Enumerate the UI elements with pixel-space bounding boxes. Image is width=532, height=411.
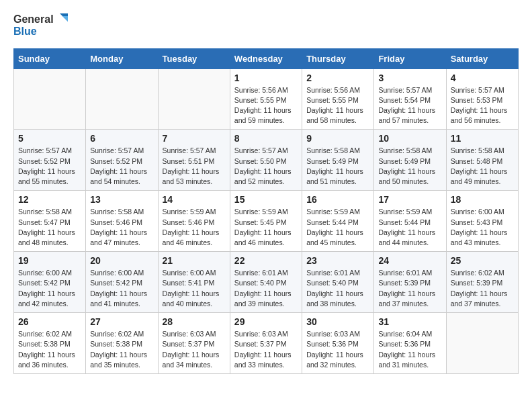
day-number: 19 [18,255,81,266]
calendar-cell: 18Sunrise: 6:00 AM Sunset: 5:43 PM Dayli… [446,191,518,252]
column-header-monday: Monday [86,48,158,68]
day-info: Sunrise: 6:00 AM Sunset: 5:41 PM Dayligh… [163,268,226,309]
day-number: 20 [90,255,153,266]
day-info: Sunrise: 6:00 AM Sunset: 5:42 PM Dayligh… [90,268,153,309]
calendar-cell: 12Sunrise: 5:58 AM Sunset: 5:47 PM Dayli… [14,191,86,252]
calendar-cell: 21Sunrise: 6:00 AM Sunset: 5:41 PM Dayli… [158,252,230,313]
logo-graphic: General Blue [13,13,68,38]
day-info: Sunrise: 6:01 AM Sunset: 5:39 PM Dayligh… [378,268,441,309]
logo-text-general: General [13,13,54,26]
day-info: Sunrise: 5:57 AM Sunset: 5:51 PM Dayligh… [163,146,226,187]
week-row: 19Sunrise: 6:00 AM Sunset: 5:42 PM Dayli… [14,252,519,313]
day-info: Sunrise: 6:03 AM Sunset: 5:37 PM Dayligh… [234,329,298,370]
day-number: 29 [234,316,298,327]
calendar-cell: 24Sunrise: 6:01 AM Sunset: 5:39 PM Dayli… [374,252,446,313]
day-number: 24 [378,255,441,266]
day-info: Sunrise: 5:59 AM Sunset: 5:45 PM Dayligh… [234,207,298,248]
svg-marker-1 [62,16,68,21]
calendar-table: SundayMondayTuesdayWednesdayThursdayFrid… [13,48,519,374]
day-number: 8 [234,133,298,144]
week-row: 1Sunrise: 5:56 AM Sunset: 5:55 PM Daylig… [14,68,519,130]
day-number: 30 [306,316,369,327]
day-number: 26 [18,316,81,327]
day-info: Sunrise: 5:57 AM Sunset: 5:52 PM Dayligh… [18,146,81,187]
calendar-cell: 16Sunrise: 5:59 AM Sunset: 5:44 PM Dayli… [302,191,374,252]
day-number: 12 [18,194,81,205]
day-number: 13 [90,194,153,205]
day-number: 3 [378,73,441,83]
calendar-cell: 31Sunrise: 6:04 AM Sunset: 5:36 PM Dayli… [374,313,446,374]
day-info: Sunrise: 5:57 AM Sunset: 5:52 PM Dayligh… [90,146,153,187]
calendar-cell [158,68,230,130]
calendar-cell: 26Sunrise: 6:02 AM Sunset: 5:38 PM Dayli… [14,313,86,374]
day-number: 14 [163,194,226,205]
day-info: Sunrise: 5:57 AM Sunset: 5:53 PM Dayligh… [451,85,514,126]
calendar-cell: 2Sunrise: 5:56 AM Sunset: 5:55 PM Daylig… [302,68,374,130]
day-number: 10 [378,133,441,144]
calendar-cell [446,313,518,374]
logo-text-blue: Blue [13,26,37,38]
week-row: 5Sunrise: 5:57 AM Sunset: 5:52 PM Daylig… [14,130,519,191]
calendar-cell [86,68,158,130]
day-info: Sunrise: 6:01 AM Sunset: 5:40 PM Dayligh… [306,268,369,309]
day-info: Sunrise: 5:59 AM Sunset: 5:46 PM Dayligh… [163,207,226,248]
calendar-cell: 29Sunrise: 6:03 AM Sunset: 5:37 PM Dayli… [230,313,302,374]
week-row: 12Sunrise: 5:58 AM Sunset: 5:47 PM Dayli… [14,191,519,252]
column-header-thursday: Thursday [302,48,374,68]
calendar-cell: 11Sunrise: 5:58 AM Sunset: 5:48 PM Dayli… [446,130,518,191]
day-number: 4 [451,73,514,83]
day-number: 2 [306,73,369,83]
day-info: Sunrise: 5:56 AM Sunset: 5:55 PM Dayligh… [234,85,298,126]
day-info: Sunrise: 6:04 AM Sunset: 5:36 PM Dayligh… [378,329,441,370]
day-info: Sunrise: 5:57 AM Sunset: 5:54 PM Dayligh… [378,85,441,126]
day-info: Sunrise: 6:02 AM Sunset: 5:38 PM Dayligh… [18,329,81,370]
day-info: Sunrise: 5:58 AM Sunset: 5:48 PM Dayligh… [451,146,514,187]
day-info: Sunrise: 5:58 AM Sunset: 5:49 PM Dayligh… [378,146,441,187]
day-number: 31 [378,316,441,327]
calendar-cell: 30Sunrise: 6:03 AM Sunset: 5:36 PM Dayli… [302,313,374,374]
day-number: 16 [306,194,369,205]
calendar-cell: 17Sunrise: 5:59 AM Sunset: 5:44 PM Dayli… [374,191,446,252]
header-row: SundayMondayTuesdayWednesdayThursdayFrid… [14,48,519,68]
calendar-cell: 14Sunrise: 5:59 AM Sunset: 5:46 PM Dayli… [158,191,230,252]
calendar-cell: 23Sunrise: 6:01 AM Sunset: 5:40 PM Dayli… [302,252,374,313]
day-number: 15 [234,194,298,205]
calendar-cell: 1Sunrise: 5:56 AM Sunset: 5:55 PM Daylig… [230,68,302,130]
calendar-cell: 28Sunrise: 6:03 AM Sunset: 5:37 PM Dayli… [158,313,230,374]
calendar-cell: 8Sunrise: 5:57 AM Sunset: 5:50 PM Daylig… [230,130,302,191]
day-number: 17 [378,194,441,205]
day-info: Sunrise: 5:59 AM Sunset: 5:44 PM Dayligh… [306,207,369,248]
day-info: Sunrise: 5:59 AM Sunset: 5:44 PM Dayligh… [378,207,441,248]
day-number: 11 [451,133,514,144]
calendar-cell: 15Sunrise: 5:59 AM Sunset: 5:45 PM Dayli… [230,191,302,252]
day-info: Sunrise: 5:56 AM Sunset: 5:55 PM Dayligh… [306,85,369,126]
page-header: General Blue [13,13,519,38]
day-info: Sunrise: 5:58 AM Sunset: 5:49 PM Dayligh… [306,146,369,187]
day-number: 25 [451,255,514,266]
day-number: 27 [90,316,153,327]
calendar-cell: 27Sunrise: 6:02 AM Sunset: 5:38 PM Dayli… [86,313,158,374]
calendar-cell: 9Sunrise: 5:58 AM Sunset: 5:49 PM Daylig… [302,130,374,191]
day-number: 22 [234,255,298,266]
calendar-cell: 5Sunrise: 5:57 AM Sunset: 5:52 PM Daylig… [14,130,86,191]
calendar-cell: 3Sunrise: 5:57 AM Sunset: 5:54 PM Daylig… [374,68,446,130]
calendar-cell: 25Sunrise: 6:02 AM Sunset: 5:39 PM Dayli… [446,252,518,313]
day-info: Sunrise: 6:00 AM Sunset: 5:43 PM Dayligh… [451,207,514,248]
day-info: Sunrise: 6:03 AM Sunset: 5:37 PM Dayligh… [163,329,226,370]
day-info: Sunrise: 5:58 AM Sunset: 5:47 PM Dayligh… [18,207,81,248]
logo-arrow-icon [56,13,68,26]
calendar-cell: 20Sunrise: 6:00 AM Sunset: 5:42 PM Dayli… [86,252,158,313]
day-number: 21 [163,255,226,266]
calendar-cell: 10Sunrise: 5:58 AM Sunset: 5:49 PM Dayli… [374,130,446,191]
day-info: Sunrise: 6:02 AM Sunset: 5:38 PM Dayligh… [90,329,153,370]
day-info: Sunrise: 5:57 AM Sunset: 5:50 PM Dayligh… [234,146,298,187]
week-row: 26Sunrise: 6:02 AM Sunset: 5:38 PM Dayli… [14,313,519,374]
calendar-cell: 7Sunrise: 5:57 AM Sunset: 5:51 PM Daylig… [158,130,230,191]
calendar-cell: 22Sunrise: 6:01 AM Sunset: 5:40 PM Dayli… [230,252,302,313]
column-header-tuesday: Tuesday [158,48,230,68]
day-info: Sunrise: 6:02 AM Sunset: 5:39 PM Dayligh… [451,268,514,309]
column-header-friday: Friday [374,48,446,68]
calendar-cell: 19Sunrise: 6:00 AM Sunset: 5:42 PM Dayli… [14,252,86,313]
day-number: 5 [18,133,81,144]
day-number: 28 [163,316,226,327]
